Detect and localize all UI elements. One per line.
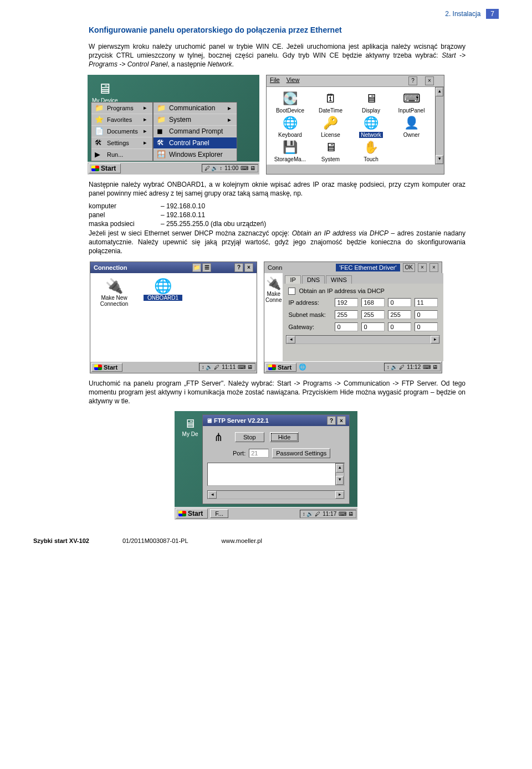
folder-toolbar-icon[interactable]: 📁	[192, 263, 201, 272]
make-new-connection[interactable]: 🔌Make New Connection	[95, 278, 134, 357]
taskbar-ftp[interactable]: F...	[210, 509, 228, 518]
clock: 11:00	[224, 165, 238, 171]
menu-run[interactable]: ▶Run...	[91, 149, 152, 161]
help-button[interactable]: ?	[327, 416, 336, 425]
gw-4[interactable]: 0	[415, 322, 438, 331]
close-button[interactable]: ×	[425, 76, 434, 85]
ip-label: IP address:	[288, 299, 331, 306]
menu-favorites[interactable]: ⭐Favorites▸	[91, 114, 152, 126]
connection-window: Connection 📁☰?× 🔌Make New Connection 🌐ON…	[90, 262, 257, 373]
mask-1[interactable]: 255	[335, 310, 358, 319]
run-icon: ▶	[95, 150, 104, 159]
paragraph-2: Następnie należy wybrać ONBOARD1, a w ko…	[89, 180, 466, 198]
tab-ip[interactable]: IP	[285, 275, 300, 284]
ip-1[interactable]: 192	[335, 298, 358, 307]
help-button[interactable]: ?	[234, 263, 243, 272]
kv-mask: maska podsieci– 255.255.255.0 (dla obu u…	[89, 220, 466, 228]
menu-documents[interactable]: 📄Documents▸	[91, 126, 152, 137]
tab-wins[interactable]: WINS	[326, 275, 352, 284]
submenu-system[interactable]: 📁System▸	[154, 114, 237, 126]
dhcp-checkbox[interactable]	[288, 288, 295, 295]
cp-inputpanel[interactable]: ⌨InputPanel	[391, 91, 432, 114]
submenu-control-panel[interactable]: 🛠Control Panel	[154, 137, 237, 149]
cp-storage[interactable]: 💾StorageMa...	[270, 140, 310, 162]
ip-2[interactable]: 168	[361, 298, 385, 307]
programs-submenu: 📁Communication▸ 📁System▸ ◼Command Prompt…	[153, 102, 237, 161]
display-icon: 🖥	[351, 91, 391, 106]
scrollbar-vertical[interactable]: ▴▾	[435, 87, 444, 165]
close-button[interactable]: ×	[337, 416, 346, 425]
control-panel-icons: 💽BootDevice 🗓DateTime 🖥Display ⌨InputPan…	[267, 87, 435, 165]
onboard1[interactable]: 🌐ONBOARD1	[144, 278, 182, 357]
folder-icon: 📁	[157, 104, 166, 112]
key-icon: 🔑	[310, 116, 351, 130]
user-icon: 👤	[391, 116, 432, 130]
desktop-icon[interactable]: 🖥	[179, 417, 201, 431]
start-button[interactable]: Start	[89, 163, 121, 173]
close-outer-button[interactable]: ×	[429, 263, 438, 272]
keyboard-icon: ⌨	[391, 91, 432, 106]
help-button[interactable]: ?	[408, 76, 417, 85]
cp-bootdevice[interactable]: 💽BootDevice	[270, 91, 310, 114]
screenshot-2: Connection 📁☰?× 🔌Make New Connection 🌐ON…	[33, 262, 499, 373]
cp-touch[interactable]: ✋Touch	[351, 140, 391, 162]
start-button[interactable]: Start	[176, 509, 208, 519]
cp-owner[interactable]: 👤Owner	[391, 116, 432, 138]
gw-3[interactable]: 0	[388, 322, 411, 331]
plug-icon: 🔌	[265, 276, 282, 291]
submenu-communication[interactable]: 📁Communication▸	[154, 102, 237, 114]
cp-keyboard[interactable]: 🌐Keyboard	[270, 116, 310, 138]
network-graph-icon: ⋔	[207, 430, 229, 444]
details-toolbar-icon[interactable]: ☰	[202, 263, 211, 272]
task-icon[interactable]: 🌐	[299, 363, 306, 371]
submenu-windows-explorer[interactable]: 🪟Windows Explorer	[154, 149, 237, 161]
cp-system[interactable]: 🖥System	[310, 140, 351, 162]
gw-label: Gateway:	[288, 324, 331, 330]
mask-4[interactable]: 0	[415, 310, 438, 319]
menu-programs[interactable]: 📁Programs▸	[91, 102, 152, 114]
footer-right: www.moeller.pl	[222, 537, 262, 544]
scrollbar-horizontal[interactable]: ◂▸	[286, 335, 440, 344]
start-button[interactable]: Start	[265, 363, 296, 372]
desktop-my-device-icon[interactable]: 🖥	[92, 80, 118, 98]
cp-datetime[interactable]: 🗓DateTime	[310, 91, 351, 114]
ip-3[interactable]: 0	[388, 298, 411, 307]
menubar: FileView ?×	[267, 75, 444, 87]
scrollbar-horizontal[interactable]: ◂▸	[207, 490, 345, 499]
close-button[interactable]: ×	[244, 263, 253, 272]
scrollbar-vertical[interactable]: ▴▾	[335, 463, 344, 485]
submenu-command-prompt[interactable]: ◼Command Prompt	[154, 126, 237, 137]
mask-3[interactable]: 255	[388, 310, 411, 319]
start-button[interactable]: Start	[91, 363, 122, 372]
ftp-icon: 🖥	[206, 417, 212, 424]
gw-2[interactable]: 0	[361, 322, 385, 331]
menu-settings[interactable]: 🛠Settings▸	[91, 137, 152, 149]
driver-name: 'FEC Ethernet Driver'	[336, 264, 400, 271]
port-label: Port:	[233, 450, 245, 457]
page-number: 7	[486, 9, 499, 19]
folder-icon: 📁	[157, 115, 166, 124]
hide-button[interactable]: Hide	[270, 432, 299, 442]
windows-icon	[94, 365, 102, 370]
header-section: 2. Instalacja	[445, 10, 480, 18]
mask-label: Subnet mask:	[288, 311, 331, 318]
port-field[interactable]: 21	[249, 449, 269, 458]
menu-view[interactable]: View	[287, 76, 300, 83]
star-icon: ⭐	[95, 115, 104, 124]
driver-settings-window: Conn 'FEC Ethernet Driver' OK × × 🔌 Make…	[264, 262, 442, 373]
tab-dns[interactable]: DNS	[302, 275, 325, 284]
page-footer: Szybki start XV-102 01/2011M003087-01-PL…	[0, 537, 532, 544]
cp-network[interactable]: 🌐Network	[351, 116, 391, 138]
close-button[interactable]: ×	[418, 263, 427, 272]
dhcp-label: Obtain an IP address via DHCP	[299, 288, 384, 294]
password-settings-button[interactable]: Password Settings	[272, 448, 330, 458]
mask-2[interactable]: 255	[361, 310, 385, 319]
menu-file[interactable]: File	[270, 76, 280, 83]
ok-button[interactable]: OK	[403, 263, 415, 272]
cp-license[interactable]: 🔑License	[310, 116, 351, 138]
cp-display[interactable]: 🖥Display	[351, 91, 391, 114]
stop-button[interactable]: Stop	[235, 432, 264, 442]
disk-icon: 💾	[270, 140, 310, 155]
gw-1[interactable]: 0	[335, 322, 358, 331]
ip-4[interactable]: 11	[415, 298, 438, 307]
